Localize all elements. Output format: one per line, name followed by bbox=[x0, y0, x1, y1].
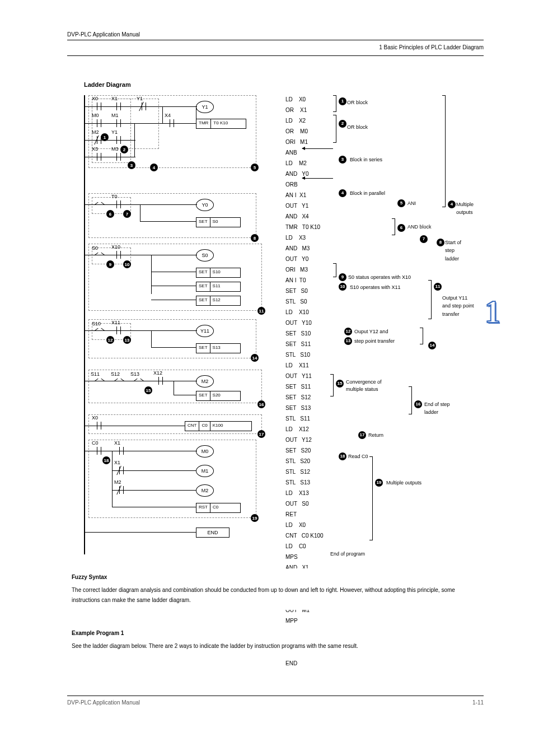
page-marker: 1 bbox=[485, 294, 500, 330]
ladder-diagram: X0 X1 Y1 Y1 M0 M1 X4 TMRT0 K10 M2 Y1 X3 … bbox=[84, 95, 269, 554]
footer-right: 1-11 bbox=[472, 699, 484, 706]
coil-y1: Y1 bbox=[196, 101, 214, 113]
fuzzy-section: Fuzzy Syntax The correct ladder diagram … bbox=[67, 568, 470, 610]
box-end: END bbox=[196, 528, 229, 538]
header-right: 1 Basic Principles of PLC Ladder Diagram bbox=[379, 44, 484, 50]
page-footer: DVP-PLC Application Manual 1-11 bbox=[67, 696, 484, 706]
footer-left: DVP-PLC Application Manual bbox=[67, 699, 140, 706]
left-rail bbox=[84, 95, 85, 554]
example1-section: Example Program 1 See the ladder diagram… bbox=[67, 624, 470, 656]
header-left: DVP-PLC Application Manual bbox=[67, 31, 140, 38]
section-title: Ladder Diagram bbox=[84, 81, 131, 88]
chapter-row: 1 Basic Principles of PLC Ladder Diagram bbox=[67, 39, 484, 56]
fuzzy-title: Fuzzy Syntax bbox=[72, 574, 107, 580]
fuzzy-body: The correct ladder diagram analysis and … bbox=[72, 585, 466, 605]
example1-body: See the ladder diagram below. There are … bbox=[72, 641, 466, 651]
box-tmr: TMRT0 K10 bbox=[196, 119, 246, 129]
example1-title: Example Program 1 bbox=[72, 630, 124, 636]
